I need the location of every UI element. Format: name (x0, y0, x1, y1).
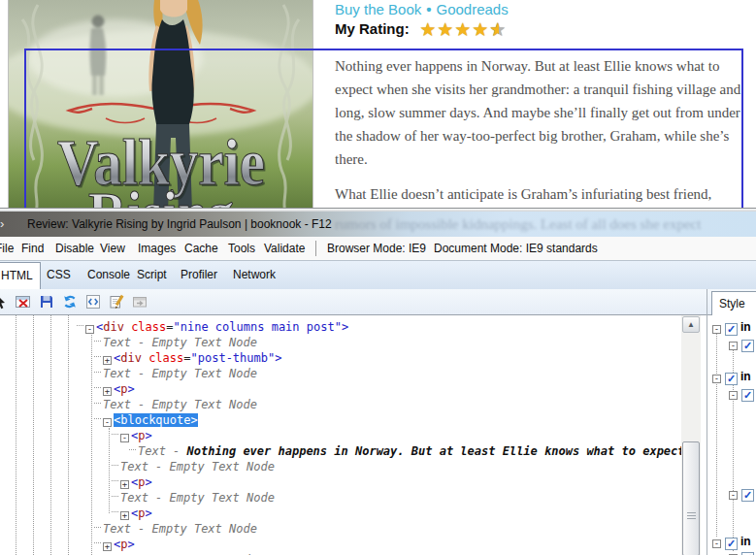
expand-minus-icon[interactable]: - (120, 434, 129, 442)
rating-row: My Rating: ★★★★★★ (335, 19, 507, 39)
devtools-tab-strip: HTMLCSSConsoleScriptProfilerNetwork (0, 260, 756, 289)
expand-minus-icon[interactable]: - (729, 391, 738, 400)
style-rule-item[interactable]: -✓in (712, 535, 751, 549)
style-rule-checkbox[interactable]: ✓ (725, 373, 738, 385)
style-rule-item[interactable]: -✓in (712, 370, 751, 384)
dom-tree-node-p[interactable]: +<p> (0, 474, 681, 490)
tab-css[interactable]: CSS (47, 261, 71, 289)
menu-item-view[interactable]: View (100, 237, 125, 260)
branch-connector (94, 356, 101, 358)
branch-connector (77, 325, 83, 327)
toolbar-icons (0, 294, 148, 310)
edit-icon[interactable] (109, 294, 124, 310)
obscured-page-text: rumors of impossible kidnappings. Least … (335, 216, 733, 233)
menu-item-file[interactable]: File (0, 237, 14, 260)
style-rule-item[interactable]: -✓in (712, 320, 751, 335)
document-mode-status[interactable]: Document Mode: IE9 standards (434, 237, 598, 260)
dom-tree-node-div[interactable]: +<div class="post-thumb"> (0, 350, 681, 366)
dom-tree-node-p[interactable]: +<p> (0, 537, 681, 552)
tree-scrollbar[interactable]: ▲ (681, 315, 701, 555)
star-full-icon: ★ (437, 20, 453, 39)
star-full-icon: ★ (454, 20, 471, 39)
star-rating: ★★★★★★ (419, 20, 507, 41)
dom-tree-rows: -<div class="nine columns main post">Tex… (0, 319, 681, 555)
expand-minus-icon[interactable]: - (712, 375, 721, 383)
dom-tree-node-p[interactable]: +<p> (0, 381, 681, 397)
expand-minus-icon[interactable]: - (103, 418, 112, 427)
links-separator: • (421, 1, 436, 17)
dom-tree-node-p[interactable]: +<p> (0, 506, 681, 521)
style-rule-checkbox[interactable]: ✓ (741, 340, 754, 352)
indent-guide (716, 329, 717, 537)
blockquote-excerpt: Nothing ever happens in Norway. But at l… (335, 54, 742, 212)
dom-tree-panel: -<div class="nine columns main post">Tex… (0, 315, 681, 555)
style-rule-checkbox[interactable]: ✓ (741, 389, 754, 402)
tab-style[interactable]: Style (711, 291, 756, 315)
expand-minus-icon[interactable]: - (729, 342, 738, 350)
select-element-icon[interactable] (0, 294, 8, 310)
style-rule-item[interactable]: -✓ (729, 486, 756, 501)
style-rule-checkbox[interactable]: ✓ (725, 323, 738, 336)
dom-tree-text-node[interactable]: Text - Empty Text Node (0, 490, 681, 506)
scrollbar-grip (687, 512, 696, 520)
window-titlebar[interactable]: › rumors of impossible kidnappings. Leas… (0, 212, 756, 237)
branch-connector (112, 465, 118, 467)
branch-connector (112, 480, 118, 482)
rating-label: My Rating: (335, 20, 410, 37)
browser-mode-status[interactable]: Browser Mode: IE9 (327, 237, 426, 260)
book-cover-art: Valkyrie Valkyrie Rising (9, 0, 312, 212)
menu-item-find[interactable]: Find (21, 237, 44, 260)
expand-minus-icon[interactable]: - (85, 325, 94, 334)
dom-tree-text-node[interactable]: Text - Empty Text Node (0, 366, 681, 381)
expand-plus-icon[interactable]: + (103, 387, 112, 396)
browser-page-content: Valkyrie Valkyrie Rising Buy the Book•Go… (0, 0, 756, 212)
dom-tree-text-node[interactable]: Text - Empty Text Node (0, 459, 681, 474)
star-half-icon: ★★ (489, 20, 506, 39)
dom-tree-node-blockquote[interactable]: -<blockquote> (0, 412, 681, 428)
save-icon[interactable] (39, 294, 54, 310)
dom-tree-text-node[interactable]: Text - Empty Text Node (0, 521, 681, 537)
window-title: Review: Valkyrie Rising by Ingrid Paulso… (27, 212, 332, 237)
tab-profiler[interactable]: Profiler (181, 261, 217, 289)
buy-the-book-link[interactable]: Buy the Book (335, 1, 421, 17)
tab-script[interactable]: Script (137, 261, 167, 289)
view-source-icon[interactable] (85, 294, 101, 310)
scrollbar-thumb[interactable] (682, 441, 700, 555)
expand-minus-icon[interactable]: - (712, 539, 721, 548)
style-rules-pane: -✓in-✓-✓in-✓-✓-✓in-✓ (707, 315, 756, 555)
tab-html[interactable]: HTML (0, 262, 41, 289)
expand-plus-icon[interactable]: + (103, 542, 112, 551)
expand-plus-icon[interactable]: + (120, 511, 129, 520)
dom-tree-node-div[interactable]: -<div class="nine columns main post"> (0, 319, 681, 335)
dom-tree-text-node[interactable]: Text - Empty Text Node (0, 335, 681, 350)
style-rule-checkbox[interactable]: ✓ (741, 489, 754, 502)
style-rule-item[interactable]: -✓ (729, 386, 756, 401)
expand-minus-icon[interactable]: - (729, 491, 738, 500)
menu-item-images[interactable]: Images (138, 237, 176, 260)
menu-item-tools[interactable]: Tools (228, 237, 255, 260)
goodreads-link[interactable]: Goodreads (437, 1, 509, 17)
dom-tree-text-node[interactable]: Text - Empty Text Node (0, 397, 681, 412)
style-rule-item[interactable]: -✓ (729, 337, 756, 351)
tab-console[interactable]: Console (87, 261, 130, 289)
scroll-up-arrow-icon[interactable]: ▲ (682, 316, 700, 333)
dom-tree-text-node[interactable]: Text - Nothing ever happens in Norway. B… (0, 443, 681, 459)
refresh-icon[interactable] (62, 294, 78, 310)
dom-tree-node-p[interactable]: -<p> (0, 428, 681, 443)
tab-network[interactable]: Network (233, 261, 276, 289)
style-tab-label: Style (719, 297, 745, 310)
menu-item-validate[interactable]: Validate (264, 237, 305, 260)
disable-window-icon[interactable] (16, 294, 31, 310)
style-rule-label: in (740, 320, 751, 334)
expand-minus-icon[interactable]: - (712, 325, 721, 334)
branch-connector (94, 372, 101, 374)
menu-item-disable[interactable]: Disable (55, 237, 94, 260)
expand-plus-icon[interactable]: + (120, 480, 129, 489)
menu-item-cache[interactable]: Cache (184, 237, 218, 260)
devtools-toolbar (0, 289, 756, 315)
pin-window-icon[interactable] (132, 294, 148, 310)
star-full-icon: ★ (472, 20, 488, 39)
style-rule-item[interactable]: -✓ (729, 549, 756, 555)
expand-plus-icon[interactable]: + (103, 356, 112, 365)
branch-connector (94, 527, 101, 529)
